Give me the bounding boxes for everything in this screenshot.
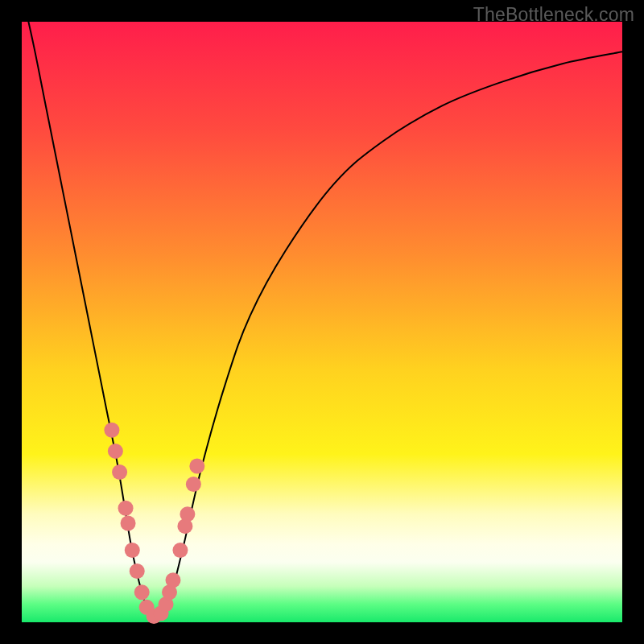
highlight-marker <box>125 543 140 558</box>
highlight-marker <box>172 543 188 558</box>
highlight-marker <box>121 515 136 530</box>
highlight-marker <box>186 477 201 492</box>
highlight-marker <box>165 572 180 588</box>
highlight-marker <box>130 564 145 579</box>
chart-frame: TheBottleneck.com <box>0 0 644 644</box>
highlight-marker <box>189 459 204 474</box>
highlight-marker <box>180 506 195 522</box>
highlight-marker <box>118 501 134 516</box>
highlight-markers <box>104 423 204 624</box>
highlight-marker <box>104 423 119 438</box>
highlight-marker <box>134 584 150 600</box>
highlight-marker <box>108 444 123 459</box>
chart-svg <box>22 22 622 622</box>
bottleneck-curve <box>22 0 622 617</box>
watermark-text: TheBottleneck.com <box>473 4 634 26</box>
highlight-marker <box>112 464 127 480</box>
